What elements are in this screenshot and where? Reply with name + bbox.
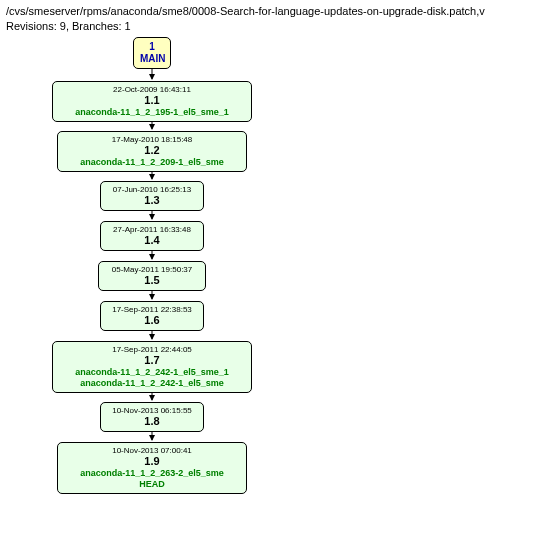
- revision-tag: anaconda-11_1_2_242-1_el5_sme_1: [59, 367, 245, 378]
- revision-date: 27-Apr-2011 16:33:48: [107, 225, 197, 235]
- revision-number: 1.1: [59, 94, 245, 107]
- revision-date: 17-Sep-2011 22:38:53: [107, 305, 197, 315]
- revision-date: 17-May-2010 18:15:48: [64, 135, 240, 145]
- header: /cvs/smeserver/rpms/anaconda/sme8/0008-S…: [0, 0, 560, 34]
- revision-number: 1.8: [107, 415, 197, 428]
- revision-date: 22-Oct-2009 16:43:11: [59, 85, 245, 95]
- revision-date: 10-Nov-2013 07:00:41: [64, 446, 240, 456]
- branch-index: 1: [140, 41, 164, 53]
- revision-date: 05-May-2011 19:50:37: [105, 265, 199, 275]
- revision-date: 07-Jun-2010 16:25:13: [107, 185, 197, 195]
- revision-1-1[interactable]: 22-Oct-2009 16:43:11 1.1 anaconda-11_1_2…: [52, 81, 252, 123]
- revision-tag: anaconda-11_1_2_263-2_el5_sme: [64, 468, 240, 479]
- revision-1-9[interactable]: 10-Nov-2013 07:00:41 1.9 anaconda-11_1_2…: [57, 442, 247, 494]
- revision-1-4[interactable]: 27-Apr-2011 16:33:48 1.4: [100, 221, 204, 252]
- revision-1-3[interactable]: 07-Jun-2010 16:25:13 1.3: [100, 181, 204, 212]
- revision-1-6[interactable]: 17-Sep-2011 22:38:53 1.6: [100, 301, 204, 332]
- revision-number: 1.3: [107, 194, 197, 207]
- revision-number: 1.4: [107, 234, 197, 247]
- revision-tag: anaconda-11_1_2_195-1_el5_sme_1: [59, 107, 245, 118]
- revision-number: 1.6: [107, 314, 197, 327]
- revision-head: HEAD: [64, 479, 240, 490]
- revision-1-8[interactable]: 10-Nov-2013 06:15:55 1.8: [100, 402, 204, 433]
- revision-number: 1.9: [64, 455, 240, 468]
- revision-tag: anaconda-11_1_2_242-1_el5_sme: [59, 378, 245, 389]
- branch-label: MAIN: [140, 53, 164, 65]
- revision-number: 1.7: [59, 354, 245, 367]
- file-path: /cvs/smeserver/rpms/anaconda/sme8/0008-S…: [6, 4, 554, 19]
- revision-number: 1.2: [64, 144, 240, 157]
- revision-count: Revisions: 9, Branches: 1: [6, 19, 554, 34]
- revision-1-2[interactable]: 17-May-2010 18:15:48 1.2 anaconda-11_1_2…: [57, 131, 247, 173]
- revision-1-7[interactable]: 17-Sep-2011 22:44:05 1.7 anaconda-11_1_2…: [52, 341, 252, 393]
- revision-date: 17-Sep-2011 22:44:05: [59, 345, 245, 355]
- revision-number: 1.5: [105, 274, 199, 287]
- revision-tag: anaconda-11_1_2_209-1_el5_sme: [64, 157, 240, 168]
- revision-1-5[interactable]: 05-May-2011 19:50:37 1.5: [98, 261, 206, 292]
- revision-date: 10-Nov-2013 06:15:55: [107, 406, 197, 416]
- branch-main[interactable]: 1 MAIN: [133, 37, 171, 69]
